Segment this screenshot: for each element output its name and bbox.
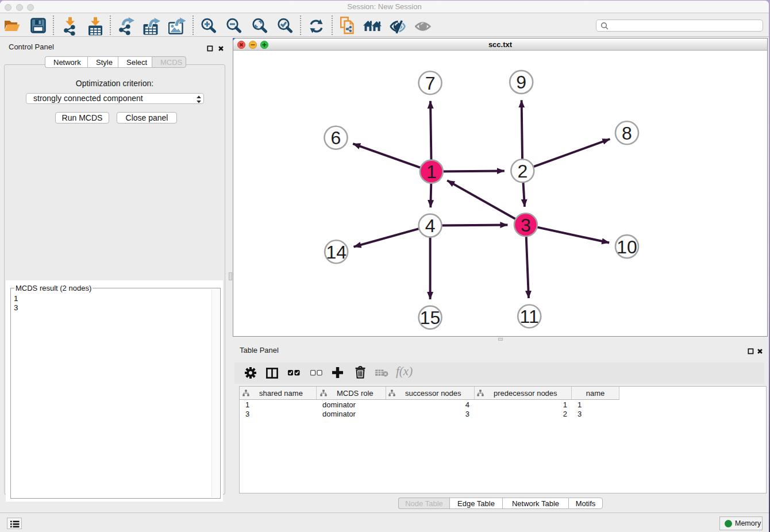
svg-text:6: 6 (331, 128, 341, 148)
svg-text:1: 1 (426, 161, 437, 182)
svg-text:14: 14 (326, 242, 346, 263)
svg-text:4: 4 (425, 215, 436, 236)
svg-text:10: 10 (617, 237, 637, 257)
svg-text:9: 9 (516, 72, 526, 92)
svg-text:7: 7 (425, 73, 436, 94)
svg-text:3: 3 (521, 215, 531, 236)
svg-text:8: 8 (622, 123, 632, 144)
svg-text:2: 2 (517, 161, 528, 182)
svg-text:15: 15 (420, 307, 441, 328)
svg-text:11: 11 (520, 306, 539, 327)
